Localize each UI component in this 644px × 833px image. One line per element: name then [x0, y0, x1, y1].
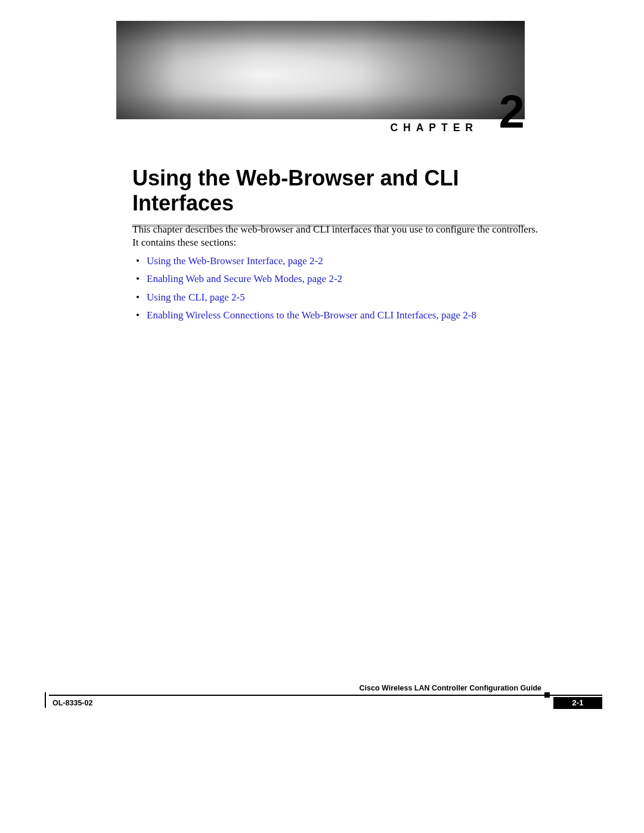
section-link[interactable]: Using the Web-Browser Interface, page 2-…: [147, 255, 323, 267]
list-item: Enabling Web and Secure Web Modes, page …: [132, 272, 544, 286]
page: CHAPTER 2 Using the Web-Browser and CLI …: [0, 0, 644, 833]
list-item: Enabling Wireless Connections to the Web…: [132, 309, 544, 322]
chapter-banner-image: [116, 21, 525, 119]
chapter-number: 2: [499, 88, 525, 135]
footer-row: OL-8335-02 2-1: [42, 697, 602, 711]
chapter-label: CHAPTER: [390, 122, 478, 134]
body-text: This chapter describes the web-browser a…: [132, 223, 544, 327]
footer-page-number: 2-1: [553, 697, 602, 709]
title-block: Using the Web-Browser and CLI Interfaces: [132, 166, 525, 227]
footer-rule-wrap: [42, 695, 602, 696]
section-links-list: Using the Web-Browser Interface, page 2-…: [132, 255, 544, 323]
section-link[interactable]: Enabling Web and Secure Web Modes, page …: [147, 273, 342, 284]
footer-doc-number: OL-8335-02: [52, 699, 92, 707]
section-link[interactable]: Enabling Wireless Connections to the Web…: [147, 309, 476, 321]
footer-guide-title: Cisco Wireless LAN Controller Configurat…: [360, 684, 541, 692]
chapter-bar: CHAPTER 2: [116, 119, 525, 137]
page-footer: Cisco Wireless LAN Controller Configurat…: [42, 695, 602, 719]
footer-tick-icon: [45, 698, 46, 708]
chapter-title: Using the Web-Browser and CLI Interfaces: [132, 166, 525, 216]
section-link[interactable]: Using the CLI, page 2-5: [147, 292, 245, 303]
banner-shade: [116, 21, 525, 119]
list-item: Using the CLI, page 2-5: [132, 291, 544, 304]
footer-rule: [49, 695, 602, 696]
list-item: Using the Web-Browser Interface, page 2-…: [132, 255, 544, 268]
intro-paragraph: This chapter describes the web-browser a…: [132, 223, 544, 250]
